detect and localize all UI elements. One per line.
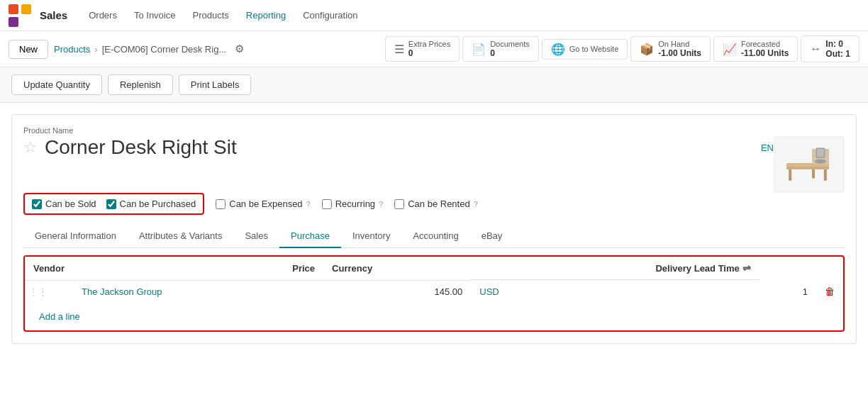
- in-out-info: In: 0 Out: 1: [825, 39, 850, 59]
- go-to-website-label: Go to Website: [569, 45, 619, 53]
- out-count: Out: 1: [825, 49, 850, 59]
- breadcrumb-separator: ›: [94, 44, 97, 55]
- language-badge[interactable]: EN: [761, 143, 774, 153]
- svg-rect-10: [817, 149, 824, 157]
- nav-configuration[interactable]: Configuration: [296, 6, 365, 25]
- documents-icon: 📄: [472, 43, 486, 56]
- can-be-sold-checkbox-item: Can be Sold: [32, 199, 96, 209]
- forecasted-button[interactable]: 📈 Forecasted -11.00 Units: [713, 36, 798, 62]
- vendor-col-header: Vendor: [25, 257, 73, 280]
- can-be-purchased-checkbox[interactable]: [106, 199, 116, 209]
- can-be-expensed-checkbox[interactable]: [216, 199, 226, 209]
- top-nav: Sales Orders To Invoice Products Reporti…: [0, 0, 868, 31]
- update-quantity-button[interactable]: Update Quantity: [11, 74, 102, 95]
- product-name-row: ☆ Corner Desk Right Sit EN: [23, 136, 774, 159]
- new-button[interactable]: New: [9, 40, 48, 59]
- drag-handle-icon[interactable]: ⋮⋮: [29, 286, 48, 297]
- can-be-rented-checkbox[interactable]: [394, 199, 404, 209]
- nav-products[interactable]: Products: [185, 6, 235, 25]
- breadcrumb: Products › [E-COM06] Corner Desk Rig... …: [54, 41, 379, 57]
- forecasted-count: -11.00 Units: [741, 48, 789, 58]
- documents-label: Documents: [490, 40, 530, 48]
- header-top-row: ☆ Corner Desk Right Sit EN: [23, 136, 845, 193]
- extra-prices-label: Extra Prices: [408, 40, 450, 48]
- in-count: In: 0: [825, 39, 843, 49]
- drag-handle-cell: ⋮⋮: [25, 280, 73, 303]
- can-be-purchased-label: Can be Purchased: [120, 199, 196, 209]
- nav-orders[interactable]: Orders: [82, 6, 124, 25]
- can-be-sold-checkbox[interactable]: [32, 199, 42, 209]
- rented-help-icon: ?: [474, 200, 478, 208]
- extra-prices-button[interactable]: ☰ Extra Prices 0: [385, 36, 460, 62]
- svg-rect-5: [824, 169, 827, 181]
- forecasted-info: Forecasted -11.00 Units: [741, 40, 789, 58]
- on-hand-label: On Hand: [658, 40, 689, 48]
- checkboxes-row: Can be Sold Can be Purchased Can be Expe…: [23, 193, 845, 215]
- stat-buttons: ☰ Extra Prices 0 📄 Documents 0 🌐 Go to W…: [385, 35, 859, 62]
- website-icon: 🌐: [551, 43, 565, 56]
- page-actions: Update Quantity Replenish Print Labels: [0, 67, 868, 103]
- delivery-lead-time-label: Delivery Lead Time: [655, 263, 739, 274]
- action-bar: New Products › [E-COM06] Corner Desk Rig…: [0, 31, 868, 67]
- recurring-label: Recurring: [335, 199, 375, 209]
- main-content: Product Name ☆ Corner Desk Right Sit EN: [0, 103, 868, 355]
- can-be-rented-checkbox-item: Can be Rented ?: [394, 199, 478, 209]
- delete-cell: 🗑: [816, 280, 843, 303]
- can-be-expensed-label: Can be Expensed: [229, 199, 302, 209]
- vendor-cell: The Jackson Group: [73, 280, 323, 303]
- on-hand-count: -1.00 Units: [658, 48, 701, 58]
- can-be-rented-label: Can be Rented: [408, 199, 469, 209]
- nav-to-invoice[interactable]: To Invoice: [127, 6, 183, 25]
- in-out-button[interactable]: ↔ In: 0 Out: 1: [801, 35, 859, 62]
- gear-icon[interactable]: ⚙: [230, 41, 248, 57]
- svg-point-11: [815, 159, 826, 163]
- form-card: Product Name ☆ Corner Desk Right Sit EN: [11, 114, 857, 344]
- delete-row-icon[interactable]: 🗑: [825, 286, 835, 297]
- forecasted-label: Forecasted: [741, 40, 780, 48]
- documents-count: 0: [490, 48, 495, 58]
- product-image: [774, 136, 845, 193]
- tab-general-information[interactable]: General Information: [23, 225, 128, 248]
- recurring-help-icon: ?: [379, 200, 383, 208]
- nav-reporting[interactable]: Reporting: [239, 6, 293, 25]
- currency-col-header: Currency: [323, 257, 471, 280]
- breadcrumb-parent[interactable]: Products: [54, 44, 90, 55]
- go-to-website-button[interactable]: 🌐 Go to Website: [542, 39, 628, 60]
- on-hand-info: On Hand -1.00 Units: [658, 40, 701, 58]
- can-be-purchased-checkbox-item: Can be Purchased: [106, 199, 196, 209]
- product-title: Corner Desk Right Sit: [45, 136, 237, 159]
- vendor-table: Vendor Price Currency Delivery Lead Time…: [25, 257, 843, 303]
- can-be-sold-label: Can be Sold: [45, 199, 96, 209]
- tab-accounting[interactable]: Accounting: [401, 225, 469, 248]
- recurring-checkbox-item: Recurring ?: [322, 199, 383, 209]
- tab-ebay[interactable]: eBay: [470, 225, 514, 248]
- replenish-button[interactable]: Replenish: [108, 74, 173, 95]
- add-line-button[interactable]: Add a line: [30, 306, 89, 328]
- forecasted-icon: 📈: [723, 43, 737, 56]
- app-name: Sales: [40, 9, 67, 21]
- tab-purchase[interactable]: Purchase: [279, 225, 341, 248]
- tab-sales[interactable]: Sales: [233, 225, 279, 248]
- svg-rect-0: [9, 4, 18, 14]
- svg-rect-4: [789, 169, 791, 181]
- documents-button[interactable]: 📄 Documents 0: [462, 36, 539, 62]
- extra-prices-info: Extra Prices 0: [408, 40, 450, 58]
- print-labels-button[interactable]: Print Labels: [179, 74, 252, 95]
- on-hand-button[interactable]: 📦 On Hand -1.00 Units: [630, 36, 711, 62]
- tab-attributes-variants[interactable]: Attributes & Variants: [128, 225, 234, 248]
- extra-prices-icon: ☰: [394, 43, 404, 56]
- col-settings-icon[interactable]: ⇌: [742, 262, 751, 274]
- extra-prices-count: 0: [408, 48, 413, 58]
- vendor-table-container: Vendor Price Currency Delivery Lead Time…: [23, 255, 845, 332]
- recurring-checkbox[interactable]: [322, 199, 332, 209]
- tab-inventory[interactable]: Inventory: [341, 225, 401, 248]
- vendor-link[interactable]: The Jackson Group: [82, 286, 162, 297]
- lead-time-col-header: Delivery Lead Time ⇌: [471, 257, 759, 280]
- outlined-checkboxes: Can be Sold Can be Purchased: [23, 193, 204, 215]
- svg-rect-6: [812, 169, 815, 179]
- price-cell: 145.00: [323, 280, 471, 303]
- in-out-icon: ↔: [810, 43, 821, 55]
- currency-link[interactable]: USD: [479, 286, 499, 297]
- table-row: ⋮⋮ The Jackson Group 145.00 USD 1 🗑: [25, 280, 843, 303]
- favorite-star-icon[interactable]: ☆: [23, 138, 38, 157]
